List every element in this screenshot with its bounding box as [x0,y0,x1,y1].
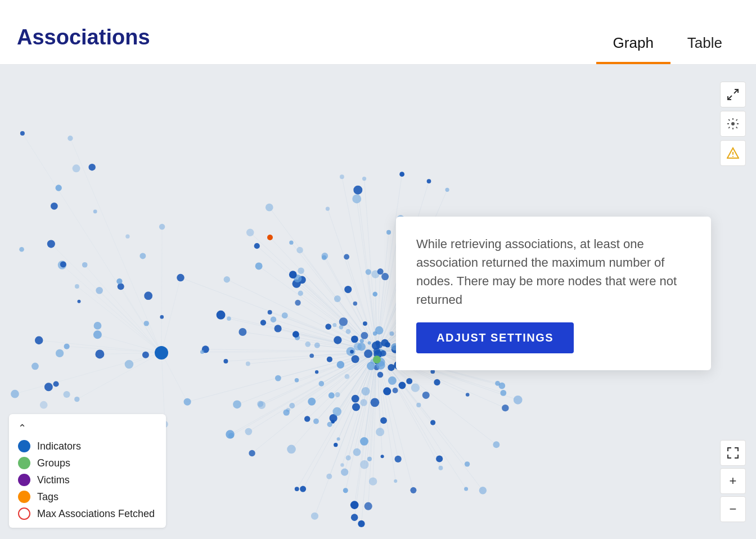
tab-table[interactable]: Table [670,34,739,64]
legend-item-indicators: Indicators [18,440,155,452]
right-toolbar [720,82,746,166]
expand-button[interactable] [720,82,746,107]
gear-icon [727,118,739,130]
header: Associations Graph Table [0,0,756,65]
svg-point-5 [732,156,734,157]
legend-item-groups: Groups [18,457,155,469]
svg-line-0 [734,89,738,93]
tags-dot [18,491,30,503]
chevron-up-icon: ⌃ [18,422,26,434]
zoom-in-button[interactable]: + [720,468,746,494]
svg-line-1 [728,96,732,100]
groups-dot [18,457,30,469]
tab-bar: Graph Table [596,10,739,64]
groups-label: Groups [37,457,70,469]
warning-message: While retrieving associations, at least … [416,235,691,309]
max-associations-label: Max Associations Fetched [37,508,155,520]
indicators-label: Indicators [37,441,81,452]
indicators-dot [18,440,30,452]
victims-dot [18,474,30,486]
legend-panel: ⌃ Indicators Groups Victims Tags Max Ass… [9,414,166,528]
legend-item-max-associations: Max Associations Fetched [18,507,155,520]
main-graph-area: // We'll generate lines via JS after ren… [0,65,756,539]
tab-graph[interactable]: Graph [596,34,670,64]
expand-icon [727,88,739,101]
zoom-out-button[interactable]: − [720,496,746,522]
legend-item-tags: Tags [18,491,155,503]
fullscreen-button[interactable] [720,440,746,466]
warning-popup: While retrieving associations, at least … [396,217,711,370]
tags-label: Tags [37,491,58,503]
max-associations-dot [18,507,30,520]
page-title: Associations [17,25,150,50]
fullscreen-icon [727,447,739,459]
zoom-controls: + − [720,440,746,522]
victims-label: Victims [37,474,70,486]
settings-button[interactable] [720,111,746,137]
legend-toggle-button[interactable]: ⌃ [18,422,155,434]
adjust-settings-button[interactable]: ADJUST SETTINGS [416,322,574,353]
warning-icon [727,147,739,159]
warning-button[interactable] [720,140,746,166]
legend-item-victims: Victims [18,474,155,486]
svg-point-2 [731,122,735,125]
